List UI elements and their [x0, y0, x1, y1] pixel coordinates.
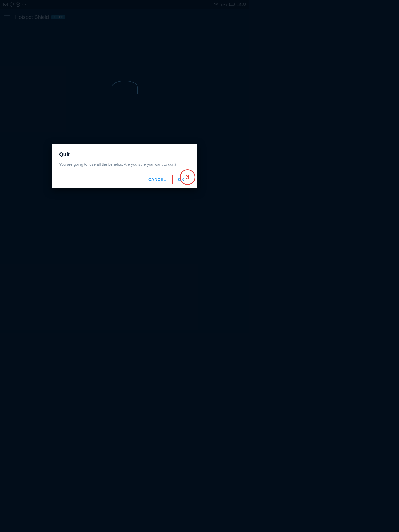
ok-button-wrapper: OK 3: [172, 175, 190, 184]
dialog-message: You are going to lose all the benefits. …: [59, 162, 190, 168]
annotation-number-3: 3: [180, 169, 195, 185]
dialog-buttons: CANCEL OK 3: [59, 175, 190, 184]
dialog-title: Quit: [59, 151, 190, 157]
dialog-backdrop: Quit You are going to lose all the benef…: [0, 0, 249, 332]
quit-dialog: Quit You are going to lose all the benef…: [52, 144, 197, 189]
cancel-button[interactable]: CANCEL: [144, 175, 170, 184]
